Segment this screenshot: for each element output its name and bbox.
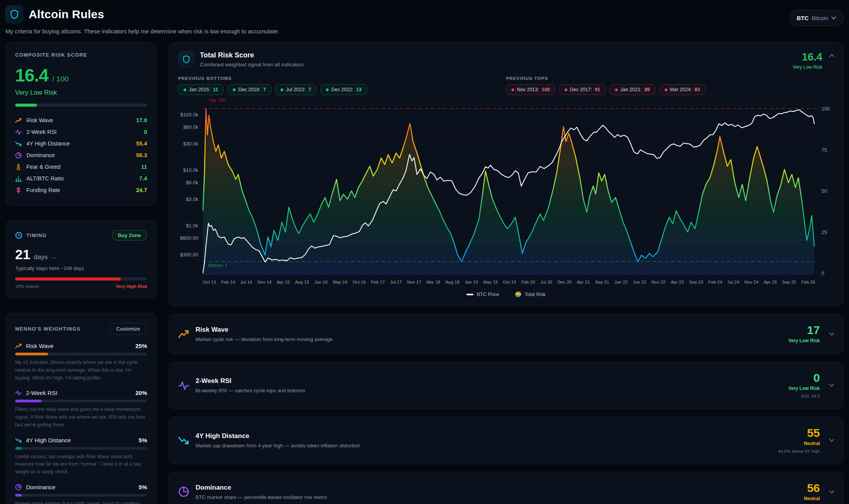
- x-axis-label: Apr 25: [764, 280, 777, 284]
- x-axis-label: Apr 15: [277, 280, 290, 284]
- red-dot-icon: [565, 88, 567, 91]
- white-line-swatch-icon: [466, 294, 473, 295]
- x-axis-label: Feb 24: [708, 280, 722, 284]
- x-axis-label: Nov 22: [651, 280, 665, 284]
- weightings-card: MENNO'S WEIGHTINGS Customize Risk Wave 2…: [5, 313, 157, 504]
- indicator-value: 56.3: [136, 152, 147, 158]
- timing-card: TIMING Buy Zone 21 days — Typically stay…: [5, 220, 157, 298]
- total-risk-title: Total Risk Score: [200, 51, 304, 59]
- indicator-label: Fear & Greed: [26, 164, 61, 170]
- card-subtitle: Market cycle risk — deviation from long-…: [196, 336, 333, 342]
- x-axis-label: Sep 23: [689, 280, 703, 284]
- weighting-item: Dominance 5% Market share matters but it…: [15, 484, 147, 504]
- chevron-down-icon[interactable]: [829, 438, 835, 442]
- top-badge: Jan 2021:89: [610, 84, 655, 95]
- indicator-label: Funding Rate: [26, 187, 60, 193]
- timing-days: 21: [15, 247, 30, 262]
- card-value: 56: [804, 482, 820, 494]
- composite-score: 16.4: [15, 65, 49, 86]
- timing-progress-bar: [15, 277, 147, 281]
- composite-label: COMPOSITE RISK SCORE: [15, 52, 147, 58]
- chevron-up-icon[interactable]: [829, 54, 835, 57]
- shield-icon: [9, 9, 19, 19]
- indicator-value: 0: [144, 129, 147, 135]
- rainbow-swatch-icon: [515, 291, 521, 297]
- card-title: 2-Week RSI: [196, 377, 305, 385]
- weighting-name: Dominance: [26, 484, 55, 490]
- previous-bottoms-label: PREVIOUS BOTTOMS: [178, 76, 506, 81]
- card-subtitle: Bi-weekly RSI — catches cycle tops and b…: [196, 388, 305, 393]
- composite-indicator-row: Funding Rate 24.7: [15, 184, 147, 196]
- chevron-down-icon[interactable]: [829, 383, 835, 387]
- top-badge: Dec 2017:91: [559, 84, 606, 95]
- weighting-desc: My #1 indicator. Shows exactly where we …: [15, 359, 147, 382]
- chevron-down-icon[interactable]: [829, 332, 835, 336]
- weighting-bar: [15, 353, 147, 355]
- legend-label: BTC Price: [477, 292, 499, 297]
- total-risk-area: [203, 109, 814, 275]
- bottom-badge: Dec 2022:13: [321, 84, 367, 95]
- bottom-badge: Jan 2015:11: [178, 84, 224, 95]
- bottom-reference-label: Bottom: 7: [208, 263, 227, 268]
- composite-indicator-row: 4Y High Distance 55.4: [15, 138, 147, 149]
- weighting-bar: [15, 494, 147, 497]
- top-reference-label: Top: 100: [208, 98, 225, 102]
- activity-icon: [178, 380, 189, 391]
- weighting-desc: Filters out the daily noise and gives me…: [15, 406, 147, 429]
- x-axis-label: Mar 18: [426, 280, 440, 284]
- buy-zone-badge: Buy Zone: [112, 230, 147, 241]
- badge-label: Jan 2021:: [620, 87, 642, 92]
- y-axis-risk-label: 25: [821, 229, 827, 235]
- two-week-rsi-card[interactable]: 2-Week RSI Bi-weekly RSI — catches cycle…: [168, 362, 844, 409]
- x-axis-label: Jul 24: [727, 280, 739, 284]
- x-axis-label: Oct 19: [503, 280, 516, 284]
- x-axis: Oct 13Feb 14Jul 14Nov 14Apr 15Aug 15Jan …: [203, 280, 815, 284]
- composite-indicator-row: ALT/BTC Ratio 7.4: [15, 173, 147, 184]
- x-axis-label: Feb 14: [221, 280, 235, 284]
- badge-label: Dec 2017:: [570, 87, 592, 92]
- green-dot-icon: [233, 88, 236, 91]
- coin-selector[interactable]: BTC Bitcoin: [789, 10, 844, 26]
- customize-button[interactable]: Customize: [109, 323, 147, 335]
- timing-days-unit: days: [34, 253, 48, 261]
- x-axis-label: Apr 23: [671, 280, 684, 284]
- card-title: Risk Wave: [196, 326, 333, 334]
- risk-wave-card[interactable]: Risk Wave Market cycle risk — deviation …: [168, 314, 844, 354]
- risk-chart: Top: 100 Bottom: 7 $100.0k$60.0k$30.0k$1…: [203, 101, 815, 276]
- trending-down-icon: [15, 437, 22, 443]
- card-extra: RSI: 34.9: [788, 394, 820, 398]
- x-axis-label: Jan 16: [314, 280, 328, 284]
- badge-value: 11: [213, 87, 218, 92]
- trending-up-icon: [15, 343, 22, 349]
- card-risk-label: Very Low Risk: [788, 338, 820, 343]
- weighting-bar: [15, 400, 147, 402]
- x-axis-label: Jan 19: [464, 280, 478, 284]
- x-axis-label: Aug 18: [445, 280, 459, 284]
- y-axis-price-label: $60.0k: [183, 124, 198, 130]
- x-axis-label: Dec 20: [557, 280, 571, 284]
- app-logo: [5, 5, 23, 23]
- green-dot-icon: [326, 88, 329, 91]
- x-axis-label: Feb 26: [801, 280, 815, 284]
- composite-indicator-row: Dominance 56.3: [15, 149, 147, 161]
- indicator-value: 55.4: [136, 140, 147, 147]
- chevron-down-icon[interactable]: [829, 490, 835, 494]
- four-year-high-card[interactable]: 4Y High Distance Market cap drawdown fro…: [168, 417, 844, 464]
- card-title: Dominance: [196, 484, 327, 492]
- badge-value: 7: [308, 87, 311, 92]
- composite-risk-label: Very Low Risk: [15, 89, 147, 97]
- header: Altcoin Rules My criteria for buying alt…: [5, 5, 844, 35]
- badge-value: 100: [542, 87, 550, 92]
- red-dot-icon: [615, 88, 618, 91]
- chart-legend: BTC Price Total Risk: [178, 291, 834, 297]
- x-axis-label: Sep 25: [782, 280, 796, 284]
- composite-indicator-row: Risk Wave 17.0: [15, 114, 147, 126]
- card-extra: 44.6% below 4Y high: [778, 449, 820, 454]
- y-axis-price-label: $6.0k: [186, 179, 198, 185]
- card-risk-label: Neutral: [804, 496, 820, 501]
- card-risk-label: Very Low Risk: [788, 386, 820, 391]
- dominance-card[interactable]: Dominance BTC market share — percentile-…: [168, 472, 844, 504]
- weighting-pct: 5%: [139, 437, 147, 443]
- indicator-value: 7.4: [139, 175, 147, 182]
- legend-btc-price: BTC Price: [466, 292, 499, 297]
